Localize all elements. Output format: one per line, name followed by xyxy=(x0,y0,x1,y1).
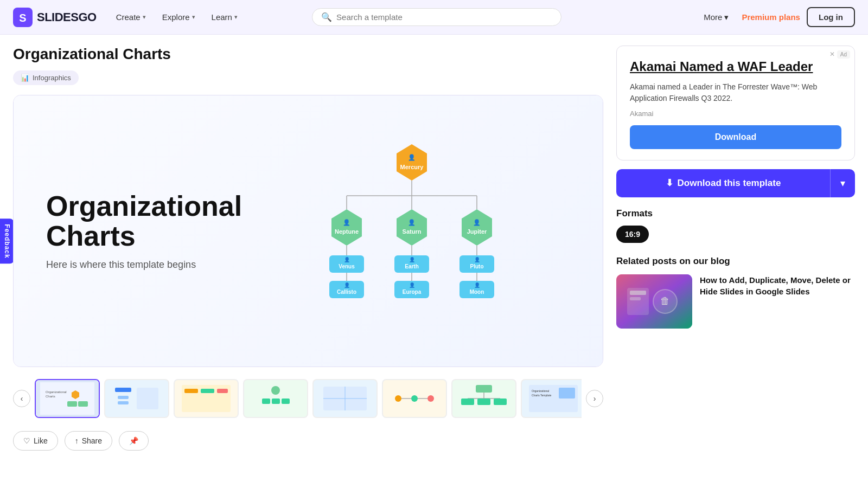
preview-inner: Organizational Charts Here is where this… xyxy=(14,95,603,367)
related-post-info: How to Add, Duplicate, Move, Delete or H… xyxy=(700,274,855,297)
preview-text-block: Organizational Charts Here is where this… xyxy=(46,191,242,271)
thumbnail-item[interactable] xyxy=(243,379,308,418)
category-badge[interactable]: 📊 Infographics xyxy=(13,70,79,85)
chart-icon: 📊 xyxy=(21,74,29,82)
action-row: ♡ Like ↑ Share 📌 xyxy=(13,422,603,459)
download-template-row: ⬇ Download this template ▾ xyxy=(616,169,855,197)
svg-marker-13 xyxy=(397,209,427,246)
thumbnail-item[interactable] xyxy=(104,379,169,418)
thumb-prev-button[interactable]: ‹ xyxy=(13,390,30,407)
nav-learn[interactable]: Learn ▾ xyxy=(205,8,244,26)
thumbnail-item[interactable] xyxy=(382,379,447,418)
svg-rect-47 xyxy=(67,401,77,407)
ad-card: Ad ✕ Akamai Named a WAF Leader Akamai na… xyxy=(616,46,855,160)
related-section: Related posts on our blog xyxy=(616,256,855,329)
svg-marker-10 xyxy=(331,209,362,246)
svg-text:Jupiter: Jupiter xyxy=(467,228,487,235)
svg-rect-85 xyxy=(559,388,575,399)
page-title: Organizational Charts xyxy=(13,46,603,63)
nav-explore[interactable]: Explore ▾ xyxy=(156,8,202,26)
svg-rect-63 xyxy=(282,399,290,404)
related-title: Related posts on our blog xyxy=(616,256,855,267)
svg-rect-52 xyxy=(118,401,129,404)
svg-text:S: S xyxy=(19,12,26,24)
svg-rect-50 xyxy=(115,388,131,392)
ad-close-button[interactable]: ✕ xyxy=(829,50,835,58)
thumbnail-list: Organizational Charts xyxy=(35,379,582,418)
svg-rect-43 xyxy=(40,382,94,415)
svg-text:Pluto: Pluto xyxy=(470,264,483,269)
svg-text:👤: 👤 xyxy=(343,282,350,288)
thumb-next-button[interactable]: › xyxy=(586,390,603,407)
nav-create[interactable]: Create ▾ xyxy=(110,8,152,26)
svg-text:👤: 👤 xyxy=(409,282,415,288)
search-input[interactable] xyxy=(336,12,552,22)
preview-subtitle: Here is where this template begins xyxy=(46,259,242,271)
svg-text:Saturn: Saturn xyxy=(402,228,421,235)
thumbnail-item[interactable] xyxy=(174,379,239,418)
ad-download-button[interactable]: Download xyxy=(630,125,841,149)
related-card: 🗑 How to Add, Duplicate, Move, Delete or… xyxy=(616,274,855,329)
formats-title: Formats xyxy=(616,208,855,219)
svg-text:👤: 👤 xyxy=(343,256,350,263)
format-badge: 16:9 xyxy=(616,226,649,243)
svg-text:Organizational: Organizational xyxy=(532,389,549,393)
svg-text:👤: 👤 xyxy=(474,282,480,288)
org-chart-svg: 👤 Mercury 👤 Neptune xyxy=(292,133,531,329)
svg-rect-75 xyxy=(476,385,492,393)
related-post-title[interactable]: How to Add, Duplicate, Move, Delete or H… xyxy=(700,274,855,297)
svg-text:Europa: Europa xyxy=(402,289,421,295)
chevron-down-icon: ▾ xyxy=(840,178,845,189)
thumbnail-row: ‹ Organizational Charts xyxy=(13,375,603,422)
preview-title: Organizational Charts xyxy=(46,191,242,250)
svg-point-70 xyxy=(411,395,418,402)
thumbnail-item[interactable] xyxy=(312,379,378,418)
logo-text: SLIDESGO xyxy=(37,10,97,24)
related-post-image[interactable]: 🗑 xyxy=(616,274,692,329)
premium-plans-link[interactable]: Premium plans xyxy=(742,12,800,22)
svg-text:👤: 👤 xyxy=(474,256,480,263)
heart-icon: ♡ xyxy=(23,436,30,445)
download-template-button[interactable]: ⬇ Download this template xyxy=(616,169,830,197)
svg-rect-56 xyxy=(184,389,198,393)
chevron-down-icon: ▾ xyxy=(234,14,238,21)
svg-rect-62 xyxy=(272,399,280,404)
like-button[interactable]: ♡ Like xyxy=(13,431,58,451)
svg-text:Charts Template: Charts Template xyxy=(532,394,552,397)
nav-links: Create ▾ Explore ▾ Learn ▾ xyxy=(110,8,244,26)
svg-marker-2 xyxy=(397,144,427,181)
pinterest-button[interactable]: 📌 xyxy=(119,431,149,451)
svg-text:👤: 👤 xyxy=(408,153,416,161)
pinterest-icon: 📌 xyxy=(129,436,138,445)
download-options-button[interactable]: ▾ xyxy=(830,169,855,197)
logo-link[interactable]: S SLIDESGO xyxy=(13,8,97,27)
svg-rect-48 xyxy=(78,401,88,407)
chevron-down-icon: ▾ xyxy=(192,14,195,21)
svg-text:Mercury: Mercury xyxy=(400,164,424,170)
thumbnail-item[interactable]: Organizational Charts Template xyxy=(521,379,582,418)
preview-box: Organizational Charts Here is where this… xyxy=(13,95,603,367)
svg-rect-51 xyxy=(118,396,129,399)
ad-content: Akamai Named a WAF Leader Akamai named a… xyxy=(617,46,854,160)
svg-rect-79 xyxy=(477,399,490,405)
ad-title[interactable]: Akamai Named a WAF Leader xyxy=(630,59,841,75)
svg-point-69 xyxy=(395,395,401,402)
feedback-button[interactable]: Feedback xyxy=(0,218,14,264)
thumbnail-item[interactable] xyxy=(451,379,516,418)
svg-marker-16 xyxy=(462,209,492,246)
ad-brand: Akamai xyxy=(630,110,841,118)
svg-text:Moon: Moon xyxy=(469,289,484,295)
ad-description: Akamai named a Leader in The Forrester W… xyxy=(630,81,841,104)
svg-rect-78 xyxy=(461,399,474,405)
svg-rect-61 xyxy=(262,399,270,404)
login-button[interactable]: Log in xyxy=(807,7,855,27)
share-button[interactable]: ↑ Share xyxy=(65,431,112,451)
more-button[interactable]: More ▾ xyxy=(697,8,735,27)
content-area: Organizational Charts 📊 Infographics Org… xyxy=(13,46,603,459)
chevron-down-icon: ▾ xyxy=(724,12,729,22)
svg-point-60 xyxy=(271,386,280,395)
navbar: S SLIDESGO Create ▾ Explore ▾ Learn ▾ 🔍 … xyxy=(0,0,868,35)
thumbnail-item[interactable]: Organizational Charts xyxy=(35,379,100,418)
svg-text:Organizational: Organizational xyxy=(46,390,67,394)
svg-rect-80 xyxy=(494,399,507,405)
